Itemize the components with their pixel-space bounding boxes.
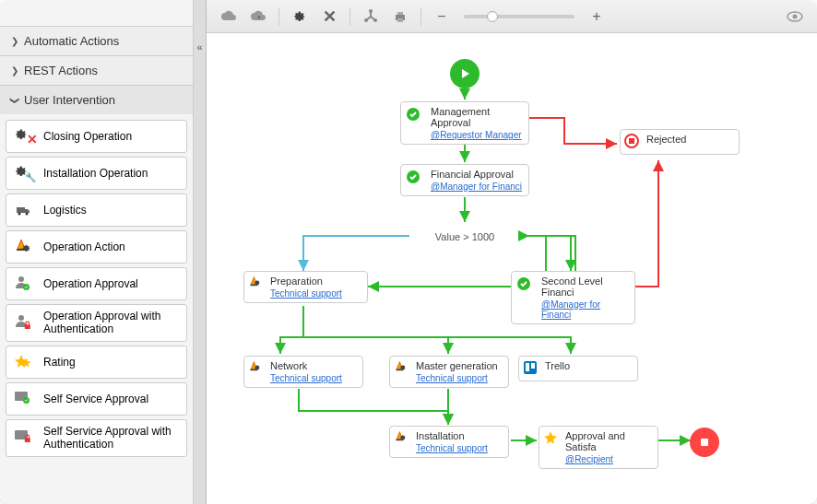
node-title: Management Approval [431, 106, 523, 128]
stop-icon [624, 134, 645, 154]
node-preparation[interactable]: Preparation Technical support [243, 271, 368, 303]
truck-icon [12, 199, 38, 221]
svg-point-18 [373, 18, 377, 22]
node-assignee[interactable]: @Manager for Financi [431, 182, 523, 192]
palette-item[interactable]: Operation Approval [6, 267, 187, 300]
trello-icon [523, 360, 543, 381]
palette-item-label: Closing Operation [43, 130, 132, 143]
zoom-in-button[interactable]: + [584, 5, 610, 29]
delete-button[interactable]: ✕ [316, 5, 342, 29]
zoom-slider[interactable] [464, 15, 574, 18]
node-management[interactable]: Management Approval @Requestor Manager [400, 101, 529, 145]
node-assignee[interactable]: @Recipient [565, 454, 652, 464]
palette-item-label: Rating [43, 356, 76, 369]
chevron-down-icon: ❯ [10, 97, 20, 104]
check-icon [515, 275, 536, 296]
screen-check-icon [12, 388, 38, 410]
preview-button[interactable] [782, 5, 808, 29]
palette-section-automatic[interactable]: ❯ Automatic Actions [0, 26, 193, 55]
node-title: Second Level Financi [541, 275, 629, 298]
palette-sidebar: ❯ Automatic Actions ❯ REST Actions ❯ Use… [0, 0, 194, 504]
node-assignee[interactable]: Technical support [270, 288, 361, 299]
print-button[interactable] [387, 5, 413, 29]
zoom-out-button[interactable]: − [429, 5, 455, 29]
palette-item[interactable]: Logistics [6, 193, 187, 227]
toolbar: ✕ − + [207, 0, 817, 33]
settings-button[interactable] [287, 5, 313, 29]
slider-thumb[interactable] [487, 11, 498, 22]
node-assignee[interactable]: @Manager for Financi [541, 299, 629, 320]
node-second[interactable]: Second Level Financi @Manager for Financ… [511, 271, 635, 324]
person-lock-icon [12, 311, 38, 334]
node-trello[interactable]: Trello [518, 356, 638, 381]
palette-item-label: Installation Operation [43, 167, 148, 180]
screen-lock-icon [12, 427, 38, 449]
node-network[interactable]: Network Technical support [243, 356, 363, 388]
palette-section-user[interactable]: ❯ User Intervention [0, 85, 193, 114]
node-assignee[interactable]: Technical support [416, 373, 503, 383]
cloud-sync-button[interactable] [245, 5, 271, 29]
closing-icon: ✕ [12, 125, 38, 147]
sidebar-collapse-handle[interactable]: « [194, 0, 207, 504]
end-node[interactable] [693, 431, 716, 453]
check-icon [405, 106, 425, 126]
workflow-canvas[interactable]: Management Approval @Requestor Manager F… [207, 33, 817, 504]
decision-node[interactable]: Value > 1000 [409, 223, 520, 251]
palette-item-label: Operation Action [43, 240, 125, 253]
node-title: Preparation [270, 275, 361, 287]
svg-point-17 [364, 18, 368, 22]
chevron-right-icon: ❯ [11, 36, 18, 46]
palette-item[interactable]: Self Service Approval with Authenticatio… [6, 419, 187, 457]
cone-gear-icon [248, 275, 268, 296]
node-title: Financial Approval [431, 169, 523, 180]
node-assignee[interactable]: Technical support [416, 443, 503, 453]
palette-item-label: Self Service Approval [43, 393, 148, 405]
node-title: Rejected [646, 134, 733, 145]
cone-gear-icon [394, 360, 414, 381]
star-icon [12, 351, 38, 373]
cone-gear-icon [248, 360, 268, 381]
check-icon [405, 169, 425, 189]
node-title: Network [270, 360, 357, 371]
star-icon [543, 430, 563, 451]
start-node[interactable] [454, 63, 476, 85]
node-title: Approval and Satisfa [565, 430, 652, 452]
palette-section-label: User Intervention [24, 93, 115, 107]
cone-gear-icon [394, 430, 414, 451]
node-assignee[interactable]: @Requestor Manager [431, 130, 523, 140]
node-rejected[interactable]: Rejected [620, 129, 740, 155]
node-financial[interactable]: Financial Approval @Manager for Financi [400, 164, 529, 196]
node-assignee[interactable]: Technical support [270, 373, 357, 383]
palette-item[interactable]: 🔧 Installation Operation [6, 157, 187, 190]
svg-text:🔧: 🔧 [25, 171, 36, 182]
node-title: Trello [545, 360, 632, 371]
palette-item-label: Logistics [43, 204, 87, 217]
node-approval[interactable]: Approval and Satisfa @Recipient [539, 426, 658, 469]
node-master[interactable]: Master generation Technical support [389, 356, 509, 388]
cloud-button[interactable] [216, 5, 242, 29]
svg-rect-21 [397, 18, 403, 22]
palette-item[interactable]: Rating [6, 346, 187, 379]
node-installation[interactable]: Installation Technical support [389, 426, 509, 458]
palette-section-label: REST Actions [24, 64, 98, 77]
collapse-icon: « [196, 41, 202, 53]
svg-text:✕: ✕ [27, 132, 36, 146]
node-title: Master generation [416, 360, 503, 371]
palette-item-label: Self Service Approval with Authenticatio… [43, 425, 181, 451]
chevron-right-icon: ❯ [11, 65, 18, 76]
decision-label: Value > 1000 [435, 231, 494, 242]
palette-item[interactable]: Operation Approval with Authentication [6, 304, 187, 342]
layout-button[interactable] [358, 5, 384, 29]
svg-point-16 [369, 9, 373, 13]
palette-item[interactable]: Operation Action [6, 230, 187, 264]
svg-rect-20 [397, 12, 403, 15]
svg-point-23 [793, 14, 798, 18]
palette-section-rest[interactable]: ❯ REST Actions [0, 55, 193, 85]
palette-section-label: Automatic Actions [24, 34, 119, 48]
install-icon: 🔧 [12, 162, 38, 184]
palette-item-label: Operation Approval [43, 277, 138, 290]
palette-items: ✕ Closing Operation 🔧 Installation Opera… [0, 114, 193, 463]
palette-item[interactable]: Self Service Approval [6, 382, 187, 416]
palette-item-label: Operation Approval with Authentication [43, 310, 181, 336]
palette-item[interactable]: ✕ Closing Operation [6, 120, 187, 153]
